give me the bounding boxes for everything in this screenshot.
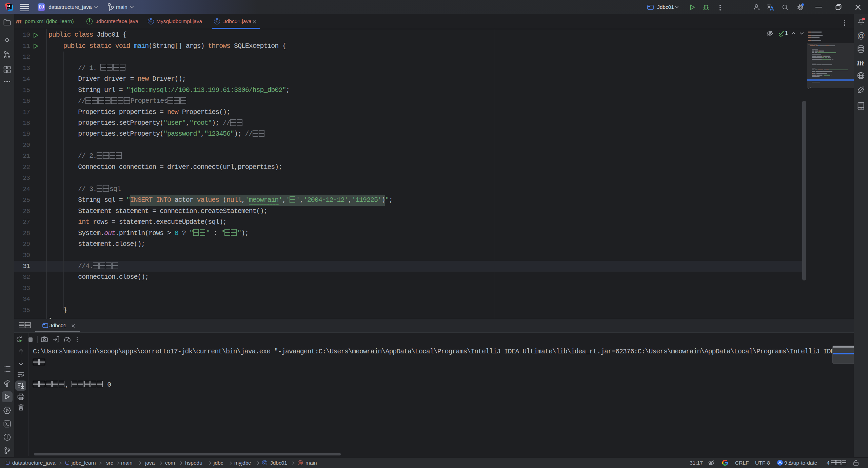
svg-text:A: A	[860, 106, 862, 110]
